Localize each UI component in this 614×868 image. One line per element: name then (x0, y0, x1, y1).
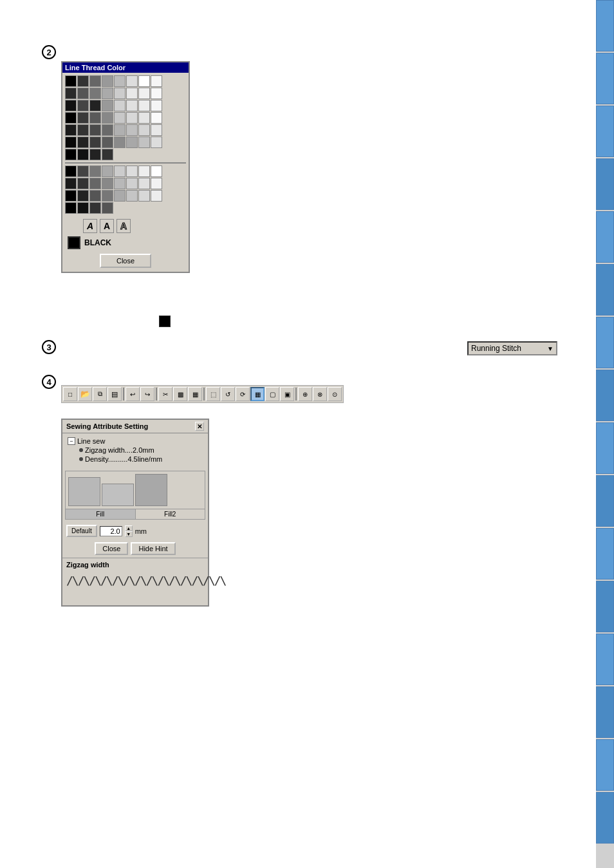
swatch-r9-1[interactable] (65, 178, 77, 189)
swatch-r2-7[interactable] (138, 88, 150, 99)
swatch-r3-6[interactable] (126, 100, 138, 111)
toolbar-cut-btn[interactable]: ✂ (158, 387, 172, 401)
swatch-r5-4[interactable] (102, 124, 113, 136)
toolbar-redo-btn[interactable]: ↪ (140, 387, 154, 401)
swatch-llg-1[interactable] (114, 75, 126, 87)
sidebar-tab-2[interactable] (596, 53, 614, 104)
swatch-r3-7[interactable] (138, 100, 150, 111)
swatch-r10-3[interactable] (89, 190, 101, 202)
swatch-r9-3[interactable] (89, 178, 101, 189)
color-icon-fancy-a[interactable]: A (83, 219, 97, 233)
swatch-r9-2[interactable] (77, 178, 89, 189)
swatch-r3-2[interactable] (77, 100, 89, 111)
swatch-r7-3[interactable] (89, 149, 101, 160)
swatch-vlg-1[interactable] (126, 75, 138, 87)
swatch-r9-5[interactable] (114, 178, 126, 189)
toolbar-undo-btn[interactable]: ↩ (126, 387, 140, 401)
tab-fill2[interactable]: Fill2 (136, 509, 205, 519)
swatch-r2-4[interactable] (102, 88, 113, 99)
toolbar-paste2-btn[interactable]: ▦ (188, 387, 202, 401)
toolbar-open-btn[interactable]: 📂 (78, 387, 92, 401)
toolbar-select2-btn[interactable]: ↺ (221, 387, 235, 401)
swatch-r8-6[interactable] (126, 165, 138, 177)
swatch-r5-7[interactable] (138, 124, 150, 136)
swatch-r6-7[interactable] (138, 137, 150, 148)
sidebar-tab-10[interactable] (596, 475, 614, 527)
swatch-r6-3[interactable] (89, 137, 101, 148)
swatch-r2-6[interactable] (126, 88, 138, 99)
swatch-r10-5[interactable] (114, 190, 126, 202)
swatch-r8-3[interactable] (89, 165, 101, 177)
sidebar-tab-8[interactable] (596, 370, 614, 421)
toolbar-tool2-btn[interactable]: ▢ (265, 387, 279, 401)
swatch-r8-2[interactable] (77, 165, 89, 177)
sidebar-tab-1[interactable] (596, 0, 614, 52)
swatch-r10-6[interactable] (126, 190, 138, 202)
toolbar-save-btn[interactable]: ▤ (107, 387, 122, 401)
swatch-r10-2[interactable] (77, 190, 89, 202)
swatch-r6-8[interactable] (151, 137, 162, 148)
swatch-r9-7[interactable] (138, 178, 150, 189)
tree-toggle[interactable]: − (68, 437, 75, 445)
swatch-r4-2[interactable] (77, 112, 89, 124)
toolbar-zoom2-btn[interactable]: ⊗ (313, 387, 327, 401)
sewing-hide-hint-button[interactable]: Hide Hint (131, 542, 175, 555)
swatch-r4-7[interactable] (138, 112, 150, 124)
swatch-r10-1[interactable] (65, 190, 77, 202)
swatch-r9-8[interactable] (151, 178, 162, 189)
toolbar-zoom3-btn[interactable]: ⊙ (328, 387, 342, 401)
swatch-r5-6[interactable] (126, 124, 138, 136)
toolbar-active-tool-btn[interactable]: ▦ (250, 387, 265, 401)
swatch-black-1[interactable] (65, 75, 77, 87)
swatch-r8-1[interactable] (65, 165, 77, 177)
swatch-r4-3[interactable] (89, 112, 101, 124)
swatch-r8-8[interactable] (151, 165, 162, 177)
swatch-r3-3[interactable] (89, 100, 101, 111)
swatch-mg-1[interactable] (89, 75, 101, 87)
swatch-r4-8[interactable] (151, 112, 162, 124)
swatch-lg-1[interactable] (102, 75, 113, 87)
sidebar-tab-6[interactable] (596, 264, 614, 316)
swatch-w2-1[interactable] (151, 75, 162, 87)
swatch-r2-1[interactable] (65, 88, 77, 99)
swatch-r7-4[interactable] (102, 149, 113, 160)
toolbar-paste1-btn[interactable]: ▩ (173, 387, 187, 401)
swatch-r11-4[interactable] (102, 202, 113, 214)
toolbar-tool3-btn[interactable]: ▣ (280, 387, 294, 401)
swatch-r5-3[interactable] (89, 124, 101, 136)
swatch-w-1[interactable] (138, 75, 150, 87)
sidebar-tab-14[interactable] (596, 686, 614, 738)
swatch-r3-4[interactable] (102, 100, 113, 111)
sidebar-tab-13[interactable] (596, 634, 614, 685)
sewing-value-input[interactable] (100, 526, 122, 536)
toolbar-new-btn[interactable]: □ (63, 387, 77, 401)
swatch-r7-1[interactable] (65, 149, 77, 160)
spin-up-btn[interactable]: ▲ (125, 525, 133, 531)
swatch-r7-2[interactable] (77, 149, 89, 160)
tab-fill1[interactable]: Fill (66, 509, 136, 519)
sewing-default-button[interactable]: Default (66, 525, 97, 537)
swatch-r2-5[interactable] (114, 88, 126, 99)
swatch-r6-6[interactable] (126, 137, 138, 148)
swatch-r3-8[interactable] (151, 100, 162, 111)
color-icon-outline-a[interactable]: A (116, 219, 131, 233)
toolbar-select3-btn[interactable]: ⟳ (236, 387, 250, 401)
sewing-panel-close-x[interactable]: ✕ (195, 422, 204, 431)
swatch-dg-1[interactable] (77, 75, 89, 87)
swatch-r10-4[interactable] (102, 190, 113, 202)
swatch-r6-4[interactable] (102, 137, 113, 148)
swatch-r4-4[interactable] (102, 112, 113, 124)
sidebar-tab-3[interactable] (596, 106, 614, 157)
swatch-r8-4[interactable] (102, 165, 113, 177)
toolbar-copy-btn[interactable]: ⧉ (93, 387, 107, 401)
sidebar-tab-7[interactable] (596, 317, 614, 368)
toolbar-zoom1-btn[interactable]: ⊕ (298, 387, 312, 401)
sidebar-tab-12[interactable] (596, 581, 614, 632)
swatch-r2-2[interactable] (77, 88, 89, 99)
swatch-r11-1[interactable] (65, 202, 77, 214)
swatch-r9-6[interactable] (126, 178, 138, 189)
swatch-r5-2[interactable] (77, 124, 89, 136)
sidebar-tab-4[interactable] (596, 158, 614, 210)
toolbar-select1-btn[interactable]: ⬚ (206, 387, 220, 401)
sidebar-tab-11[interactable] (596, 528, 614, 580)
